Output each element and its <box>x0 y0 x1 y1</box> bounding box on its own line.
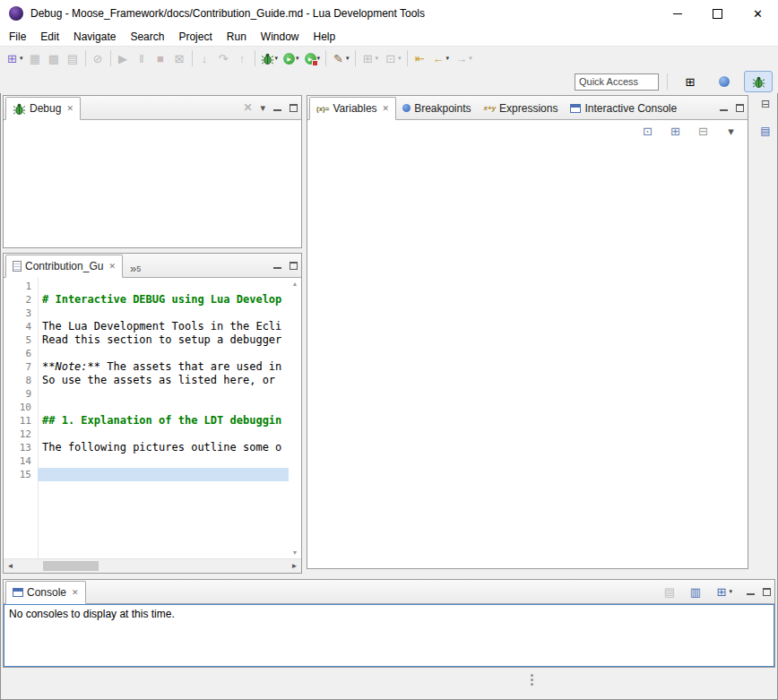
forward-dropdown-icon[interactable]: ▾ <box>469 55 472 62</box>
editor-line[interactable]: 15 <box>4 468 289 481</box>
tab-expressions[interactable]: x+yExpressions <box>478 97 565 119</box>
last-edit-location-button[interactable]: ⇤ <box>411 48 428 68</box>
menu-help[interactable]: Help <box>307 30 343 43</box>
tab-debug[interactable]: Debug ✕ <box>5 97 81 120</box>
maximize-view-button[interactable] <box>290 104 298 112</box>
scroll-down-icon[interactable]: ▼ <box>292 549 298 556</box>
editor-line[interactable]: 14 <box>4 454 289 468</box>
menu-run[interactable]: Run <box>220 30 254 43</box>
editor-line[interactable]: 8So use the assets as listed here, or <box>4 374 289 387</box>
print-button[interactable]: ▤ <box>65 48 82 68</box>
open-search-button[interactable]: ⊡▾ <box>382 48 403 68</box>
tab-breakpoints[interactable]: Breakpoints <box>396 97 477 119</box>
maximize-view-button[interactable] <box>736 104 744 112</box>
quick-access-input[interactable] <box>575 73 659 91</box>
editor-line[interactable]: 11## 1. Explanation of the LDT debuggin <box>4 414 289 428</box>
external-tools-button[interactable]: ▶▾ <box>303 48 323 68</box>
back-dropdown-icon[interactable]: ▾ <box>446 55 450 62</box>
menu-window[interactable]: Window <box>254 30 307 43</box>
menu-project[interactable]: Project <box>171 30 219 43</box>
close-window-button[interactable]: ✕ <box>738 0 778 27</box>
debug-perspective-button[interactable] <box>744 71 773 92</box>
editor-tab[interactable]: Contribution_Gu ✕ <box>5 255 123 278</box>
view-menu-button[interactable]: ▾ <box>722 121 739 141</box>
minimize-view-button[interactable] <box>273 105 281 111</box>
maximize-view-button[interactable] <box>763 588 771 596</box>
editor-line[interactable]: 4The Lua Development Tools in the Ecli <box>4 320 289 333</box>
editor-line[interactable]: 5Read this section to setup a debugger <box>4 333 289 347</box>
remove-terminated-button[interactable]: ✕ <box>243 101 252 114</box>
menu-navigate[interactable]: Navigate <box>66 30 123 43</box>
editor-line[interactable]: 9 <box>4 387 289 401</box>
editor-tab-overflow[interactable]: »5 <box>123 251 144 277</box>
editor-line[interactable]: 1 <box>4 280 289 293</box>
forward-button[interactable]: →▾ <box>453 48 474 68</box>
minimize-view-button[interactable] <box>720 105 728 111</box>
maximize-view-button[interactable] <box>290 262 298 270</box>
editor-line[interactable]: 7**Note:** The assets that are used in <box>4 360 289 374</box>
close-tab-icon[interactable]: ✕ <box>66 104 73 113</box>
save-all-button[interactable]: ▩ <box>46 48 63 68</box>
scroll-left-icon[interactable]: ◄ <box>4 559 17 572</box>
view-menu-button[interactable]: ▾ <box>260 102 265 114</box>
show-logical-structures-button[interactable]: ⊞ <box>667 121 684 141</box>
close-tab-icon[interactable]: ✕ <box>383 104 390 113</box>
minimize-view-button[interactable] <box>273 263 281 269</box>
tab-interactive-console[interactable]: Interactive Console <box>564 97 683 119</box>
run-button[interactable]: ▶▾ <box>281 48 301 68</box>
ldt-perspective-button[interactable] <box>710 71 739 92</box>
open-console-dropdown-icon[interactable]: ▾ <box>729 588 732 595</box>
editor-line[interactable]: 10 <box>4 401 289 414</box>
new-wizard-dropdown-icon[interactable]: ▾ <box>376 55 379 62</box>
maximize-window-button[interactable] <box>697 0 738 27</box>
tab-console[interactable]: Console ✕ <box>5 581 86 604</box>
save-button[interactable]: ▦ <box>27 48 44 68</box>
editor-line[interactable]: 2# Interactive DEBUG using Lua Develop <box>4 293 289 307</box>
resume-button[interactable]: ▶ <box>115 48 132 68</box>
minimize-window-button[interactable] <box>657 0 697 27</box>
new-wizard-button[interactable]: ⊞▾ <box>359 48 381 68</box>
annotation-tool-dropdown-icon[interactable]: ▾ <box>346 55 350 62</box>
step-return-button[interactable]: ↑ <box>234 48 251 68</box>
disconnect-button[interactable]: ⊠ <box>171 48 188 68</box>
open-console-button[interactable]: ⊞▾ <box>713 582 734 601</box>
editor-line[interactable]: 6 <box>4 347 289 360</box>
menu-file[interactable]: File <box>2 30 33 43</box>
editor-lines[interactable]: 12# Interactive DEBUG using Lua Develop3… <box>4 278 289 558</box>
terminate-button[interactable]: ■ <box>152 48 169 68</box>
menu-edit[interactable]: Edit <box>33 30 66 43</box>
display-selected-console-button[interactable]: ▥ <box>687 582 704 601</box>
open-console-page-button[interactable]: ▤ <box>661 582 678 601</box>
outline-view-button[interactable]: ▤ <box>756 122 774 140</box>
open-search-dropdown-icon[interactable]: ▾ <box>398 55 402 62</box>
restore-view-button[interactable]: ⊟ <box>756 95 774 113</box>
suspend-button[interactable]: ‖ <box>134 48 151 68</box>
sash-gripper[interactable] <box>531 674 533 677</box>
close-tab-icon[interactable]: ✕ <box>108 262 116 271</box>
show-type-names-button[interactable]: ⊡ <box>639 121 656 141</box>
collapse-all-button[interactable]: ⊟ <box>695 121 712 141</box>
open-perspective-button[interactable]: ⊞ <box>676 71 705 92</box>
scrollbar-thumb[interactable] <box>43 561 99 571</box>
scroll-up-icon[interactable]: ▲ <box>292 281 298 287</box>
back-button[interactable]: ←▾ <box>430 48 452 68</box>
new-button[interactable]: ⊞▾ <box>4 48 25 68</box>
debug-button[interactable]: ▾ <box>259 48 281 68</box>
step-over-button[interactable]: ↷ <box>215 48 232 68</box>
editor-vertical-scrollbar[interactable]: ▲ ▼ <box>289 278 301 558</box>
skip-all-breakpoints-button[interactable]: ⊘ <box>90 48 107 68</box>
minimize-view-button[interactable] <box>747 589 755 595</box>
step-into-button[interactable]: ↓ <box>196 48 213 68</box>
editor-line[interactable]: 12 <box>4 428 289 441</box>
new-dropdown-icon[interactable]: ▾ <box>20 55 23 62</box>
run-dropdown-icon[interactable]: ▾ <box>296 55 299 62</box>
scroll-right-icon[interactable]: ► <box>288 559 301 572</box>
tab-variables[interactable]: (x)=Variables✕ <box>309 97 396 120</box>
editor-horizontal-scrollbar[interactable]: ◄ ► <box>4 558 301 573</box>
menu-search[interactable]: Search <box>123 30 171 43</box>
editor-line[interactable]: 3 <box>4 307 289 320</box>
annotation-tool-button[interactable]: ✎▾ <box>330 48 351 68</box>
debug-dropdown-icon[interactable]: ▾ <box>275 55 279 62</box>
editor-line[interactable]: 13The following pictures outline some o <box>4 441 289 454</box>
close-tab-icon[interactable]: ✕ <box>72 588 79 597</box>
